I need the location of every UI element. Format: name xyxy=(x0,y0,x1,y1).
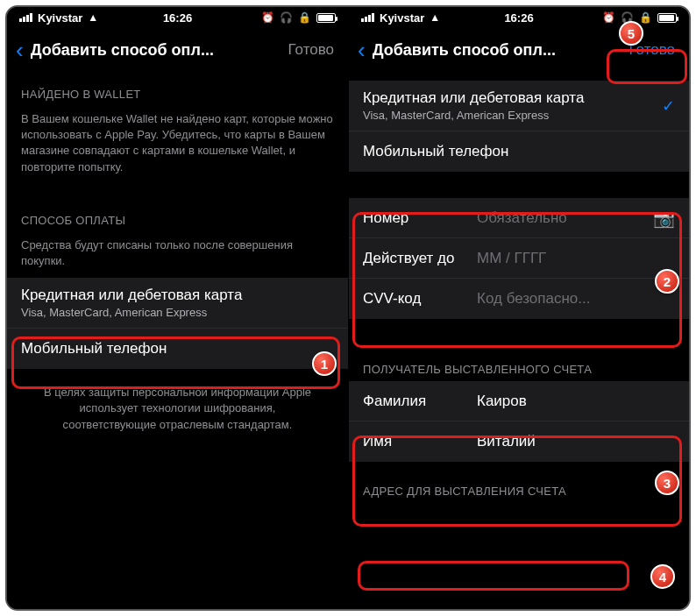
alarm-icon: ⏰ xyxy=(261,11,274,24)
wifi-icon: ▲ xyxy=(88,11,98,24)
headphones-icon: 🎧 xyxy=(280,11,293,24)
payment-method-phone[interactable]: Мобильный телефон xyxy=(7,329,348,369)
payment-method-card[interactable]: Кредитная или дебетовая карта Visa, Mast… xyxy=(349,81,689,131)
phone-right: Kyivstar ▲ 16:26 ⏰ 🎧 🔒 ‹ Добавить способ… xyxy=(348,7,689,609)
wifi-icon: ▲ xyxy=(430,11,440,24)
lastname-row[interactable]: Фамилия Каиров xyxy=(349,381,689,421)
carrier-label: Kyivstar xyxy=(38,11,82,25)
card-details-group: Номер Обязательно 📷 Действует до ММ / ГГ… xyxy=(349,198,689,319)
card-subtitle: Visa, MasterCard, American Express xyxy=(21,306,207,319)
billto-group: Фамилия Каиров Имя Виталий xyxy=(349,381,689,462)
method-footer: Средства будут списаны только после сове… xyxy=(7,232,348,278)
status-time: 16:26 xyxy=(163,11,192,25)
wallet-footer: В Вашем кошельке Wallet не найдено карт,… xyxy=(7,106,348,184)
lock-icon: 🔒 xyxy=(639,11,652,24)
address-header: АДРЕС ДЛЯ ВЫСТАВЛЕНИЯ СЧЕТА xyxy=(349,462,689,503)
lock-icon: 🔒 xyxy=(298,11,311,24)
carrier-label: Kyivstar xyxy=(380,11,424,25)
cvv-label: CVV-код xyxy=(363,290,477,308)
badge-4: 4 xyxy=(650,564,675,589)
checkmark-icon: ✓ xyxy=(662,96,675,116)
firstname-label: Имя xyxy=(363,433,477,450)
method-header: СПОСОБ ОПЛАТЫ xyxy=(7,184,348,232)
badge-1: 1 xyxy=(312,351,337,376)
payment-method-group: Кредитная или дебетовая карта Visa, Mast… xyxy=(349,81,689,172)
firstname-field[interactable]: Виталий xyxy=(477,433,675,450)
page-title: Добавить способ опл... xyxy=(31,41,283,60)
signal-icon xyxy=(19,13,32,22)
done-button[interactable]: Готово xyxy=(283,41,340,59)
phone-left: Kyivstar ▲ 16:26 ⏰ 🎧 🔒 ‹ Добавить способ… xyxy=(7,7,348,609)
badge-5: 5 xyxy=(619,21,643,46)
card-subtitle: Visa, MasterCard, American Express xyxy=(363,109,662,122)
cvv-row[interactable]: CVV-код Код безопасно... xyxy=(349,279,689,319)
expires-label: Действует до xyxy=(363,250,477,267)
phone-title: Мобильный телефон xyxy=(363,143,508,160)
billto-header: ПОЛУЧАТЕЛЬ ВЫСТАВЛЕННОГО СЧЕТА xyxy=(349,319,689,381)
expires-field[interactable]: ММ / ГГГГ xyxy=(477,250,675,267)
phone-title: Мобильный телефон xyxy=(21,340,167,358)
payment-method-phone[interactable]: Мобильный телефон xyxy=(349,131,689,172)
card-title: Кредитная или дебетовая карта xyxy=(21,287,242,304)
firstname-row[interactable]: Имя Виталий xyxy=(349,421,689,462)
number-label: Номер xyxy=(363,209,477,227)
payment-method-group: Кредитная или дебетовая карта Visa, Mast… xyxy=(7,278,348,369)
battery-icon xyxy=(657,13,677,23)
cvv-field[interactable]: Код безопасно... xyxy=(477,290,675,308)
status-time: 16:26 xyxy=(504,11,533,25)
page-title: Добавить способ опл... xyxy=(373,41,624,60)
status-bar: Kyivstar ▲ 16:26 ⏰ 🎧 🔒 xyxy=(7,7,348,28)
lastname-field[interactable]: Каиров xyxy=(477,393,675,410)
back-icon[interactable]: ‹ xyxy=(358,39,366,61)
card-title: Кредитная или дебетовая карта xyxy=(363,89,662,107)
payment-method-card[interactable]: Кредитная или дебетовая карта Visa, Mast… xyxy=(7,278,348,329)
number-field[interactable]: Обязательно xyxy=(477,209,653,227)
nav-bar: ‹ Добавить способ опл... Готово xyxy=(7,28,348,72)
number-row[interactable]: Номер Обязательно 📷 xyxy=(349,198,689,238)
lastname-label: Фамилия xyxy=(363,393,477,410)
badge-3: 3 xyxy=(655,471,679,495)
badge-2: 2 xyxy=(655,269,679,294)
alarm-icon: ⏰ xyxy=(602,11,615,24)
camera-icon[interactable]: 📷 xyxy=(653,208,675,229)
expires-row[interactable]: Действует до ММ / ГГГГ xyxy=(349,238,689,279)
wallet-header: НАЙДЕНО В WALLET xyxy=(7,72,348,106)
privacy-footer: В целях защиты персональной информации A… xyxy=(7,369,348,449)
back-icon[interactable]: ‹ xyxy=(16,39,24,61)
battery-icon xyxy=(316,13,336,23)
signal-icon xyxy=(361,13,374,22)
